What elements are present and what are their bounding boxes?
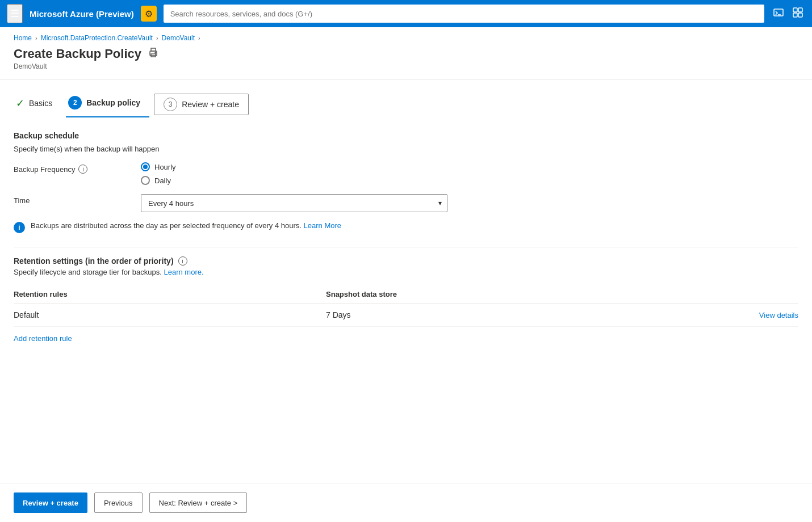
review-create-button[interactable]: Review + create xyxy=(14,492,87,513)
daily-label: Daily xyxy=(154,176,171,185)
breadcrumb-demo-vault[interactable]: DemoVault xyxy=(162,34,195,42)
learn-more-link[interactable]: Learn More xyxy=(304,221,341,230)
backup-frequency-row: Backup Frequency i Hourly Daily xyxy=(14,162,798,185)
wizard-step-review-create[interactable]: 3 Review + create xyxy=(154,94,249,115)
info-message-text: Backups are distributed across the day a… xyxy=(31,221,341,230)
snapshot-header: Snapshot data store xyxy=(326,290,496,298)
wizard-step-basics[interactable]: ✓ Basics xyxy=(14,92,61,116)
info-message: i Backups are distributed across the day… xyxy=(14,221,798,233)
retention-table: Retention rules Snapshot data store Defa… xyxy=(14,285,798,327)
retention-section: Retention settings (in the order of prio… xyxy=(14,256,798,343)
backup-schedule-title: Backup schedule xyxy=(14,131,798,140)
add-rule-container: Add retention rule xyxy=(14,334,798,343)
time-row: Time Every 1 hour Every 2 hours Every 4 … xyxy=(14,194,798,212)
retention-title: Retention settings (in the order of prio… xyxy=(14,256,174,266)
breadcrumb-sep-1: › xyxy=(35,35,37,41)
top-navigation: ☰ Microsoft Azure (Preview) ⚙ xyxy=(0,0,812,27)
table-row: Default 7 Days View details xyxy=(14,304,798,327)
divider xyxy=(14,247,798,247)
form-content: Backup schedule Specify time(s) when the… xyxy=(0,117,812,483)
main-content: Home › Microsoft.DataProtection.CreateVa… xyxy=(0,27,812,522)
retention-table-header: Retention rules Snapshot data store xyxy=(14,285,798,304)
breadcrumb-create-vault[interactable]: Microsoft.DataProtection.CreateVault xyxy=(41,34,153,42)
time-dropdown-wrapper: Every 1 hour Every 2 hours Every 4 hours… xyxy=(141,194,447,212)
step-3-circle: 3 xyxy=(164,98,177,111)
breadcrumb-home[interactable]: Home xyxy=(14,34,32,42)
view-details-link[interactable]: View details xyxy=(759,311,798,319)
azure-icon-badge: ⚙ xyxy=(141,6,157,22)
backup-schedule-section: Backup schedule Specify time(s) when the… xyxy=(14,131,798,233)
page-title: Create Backup Policy xyxy=(14,47,141,61)
hourly-label: Hourly xyxy=(154,163,176,171)
step-3-label: Review + create xyxy=(182,100,239,109)
breadcrumb-sep-3: › xyxy=(198,35,200,41)
portal-menu-button[interactable] xyxy=(790,5,805,23)
page-footer: Review + create Previous Next: Review + … xyxy=(0,483,812,522)
time-dropdown[interactable]: Every 1 hour Every 2 hours Every 4 hours… xyxy=(141,194,447,212)
cloud-shell-button[interactable] xyxy=(771,5,786,23)
frequency-label: Backup Frequency i xyxy=(14,162,127,174)
next-button[interactable]: Next: Review + create > xyxy=(149,492,248,513)
retention-learn-more-link[interactable]: Learn more. xyxy=(164,268,203,276)
backup-schedule-subtitle: Specify time(s) when the backup will hap… xyxy=(14,145,798,153)
default-rule-cell: Default xyxy=(14,310,326,319)
add-retention-rule-link[interactable]: Add retention rule xyxy=(14,334,72,343)
actions-header xyxy=(496,290,798,298)
hamburger-menu[interactable]: ☰ xyxy=(7,4,23,23)
daily-radio[interactable] xyxy=(141,176,150,185)
frequency-radio-group: Hourly Daily xyxy=(141,162,176,185)
frequency-daily-option[interactable]: Daily xyxy=(141,176,176,185)
svg-rect-3 xyxy=(798,8,802,12)
previous-button[interactable]: Previous xyxy=(94,492,143,513)
nav-actions xyxy=(771,5,805,23)
wizard-steps: ✓ Basics 2 Backup policy 3 Review + crea… xyxy=(0,80,812,117)
retention-rules-header: Retention rules xyxy=(14,290,326,298)
svg-rect-4 xyxy=(793,13,797,17)
svg-point-9 xyxy=(155,52,156,53)
view-details-cell: View details xyxy=(496,310,798,319)
print-icon[interactable] xyxy=(148,48,158,60)
breadcrumb-sep-2: › xyxy=(156,35,158,41)
retention-subtitle: Specify lifecycle and storage tier for b… xyxy=(14,268,798,276)
svg-rect-2 xyxy=(793,8,797,12)
svg-rect-5 xyxy=(798,13,802,17)
app-title: Microsoft Azure (Preview) xyxy=(30,9,134,19)
frequency-hourly-option[interactable]: Hourly xyxy=(141,162,176,171)
hourly-radio[interactable] xyxy=(141,162,150,171)
step-1-circle: ✓ xyxy=(16,97,24,110)
time-label: Time xyxy=(14,194,127,205)
step-1-label: Basics xyxy=(29,99,52,108)
wizard-step-backup-policy[interactable]: 2 Backup policy xyxy=(66,91,149,117)
snapshot-days-cell: 7 Days xyxy=(326,310,496,319)
step-2-circle: 2 xyxy=(68,96,82,110)
step-2-label: Backup policy xyxy=(86,98,140,107)
frequency-info-icon[interactable]: i xyxy=(78,165,87,174)
global-search-input[interactable] xyxy=(164,5,764,23)
retention-info-icon[interactable]: i xyxy=(178,256,187,266)
page-subtitle: DemoVault xyxy=(14,62,798,70)
breadcrumb: Home › Microsoft.DataProtection.CreateVa… xyxy=(0,27,812,42)
info-circle-icon: i xyxy=(14,222,25,233)
svg-rect-7 xyxy=(151,48,156,51)
retention-header: Retention settings (in the order of prio… xyxy=(14,256,798,266)
page-header: Create Backup Policy DemoVault xyxy=(0,42,812,80)
